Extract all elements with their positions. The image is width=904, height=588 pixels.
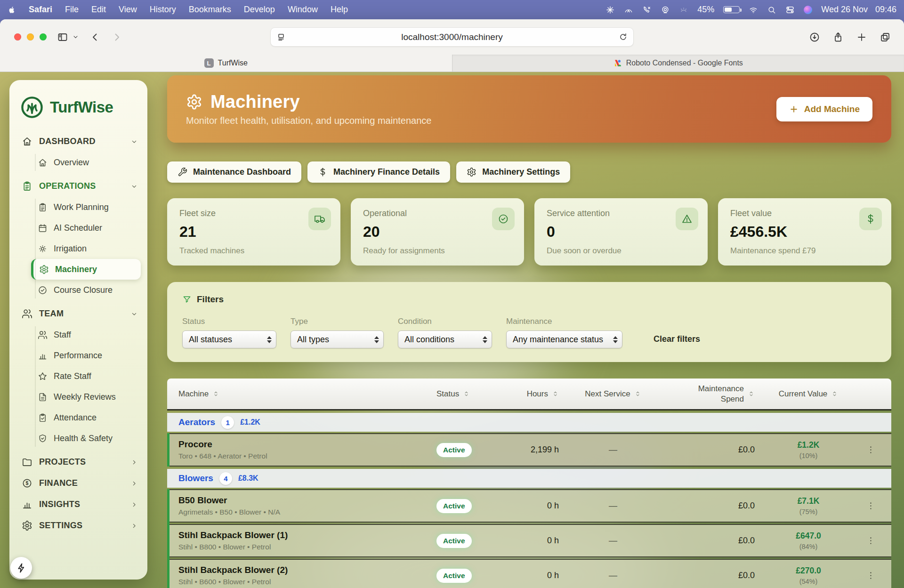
tab-google-fonts[interactable]: Roboto Condensed - Google Fonts <box>452 55 904 72</box>
status-badge: Active <box>436 499 472 513</box>
menu-item-file[interactable]: File <box>65 5 79 15</box>
sidebar-item-performance[interactable]: Performance <box>31 345 141 366</box>
menu-item-help[interactable]: Help <box>331 5 348 15</box>
sidebar-item-health-safety[interactable]: Health & Safety <box>31 428 141 449</box>
sidebar-item-staff[interactable]: Staff <box>31 324 141 345</box>
page-settings-icon[interactable] <box>276 32 286 42</box>
group-name[interactable]: Blowers <box>178 473 213 483</box>
sidebar-section-projects[interactable]: PROJECTS <box>19 451 141 473</box>
close-window-button[interactable] <box>14 33 21 40</box>
group-name[interactable]: Aerators <box>178 417 215 427</box>
machinery-finance-details-button[interactable]: Machinery Finance Details <box>307 161 450 183</box>
sidebar-section-settings[interactable]: SETTINGS <box>19 515 141 536</box>
page-title: Machinery <box>210 92 300 112</box>
sidebar-section-insights[interactable]: INSIGHTS <box>19 494 141 515</box>
sidebar-toggle-icon[interactable] <box>57 32 68 43</box>
sidebar-section-team[interactable]: TEAM <box>19 303 141 324</box>
table-row-stihl-backpack-blower-2[interactable]: Stihl Backpack Blower (2) Stihl • B600 •… <box>170 559 891 588</box>
sidebar-item-attendance[interactable]: Attendance <box>31 407 141 428</box>
clear-filters-link[interactable]: Clear filters <box>654 334 700 348</box>
column-header-hours[interactable]: Hours <box>493 389 568 399</box>
group-header-aerators[interactable]: Aerators 1 £1.2K <box>167 413 891 432</box>
table-row-b50-blower[interactable]: B50 Blower Agrimetals • B50 • Blower • N… <box>170 489 891 523</box>
sidebar-item-machinery[interactable]: Machinery <box>31 259 141 280</box>
localhost-favicon: L <box>204 58 214 68</box>
row-menu-icon[interactable] <box>866 571 876 580</box>
menu-item-history[interactable]: History <box>150 5 176 15</box>
keyboard-brightness-icon[interactable] <box>679 5 688 15</box>
wifi-icon[interactable] <box>749 5 758 15</box>
apple-menu-icon[interactable] <box>8 6 16 14</box>
sidebar-section-dashboard[interactable]: DASHBOARD <box>19 131 141 152</box>
share-button[interactable] <box>832 32 844 43</box>
zoom-window-button[interactable] <box>40 33 47 40</box>
add-machine-button[interactable]: Add Machine <box>776 97 872 121</box>
machinery-settings-button[interactable]: Machinery Settings <box>456 161 570 183</box>
sidebar-item-overview[interactable]: Overview <box>31 152 141 173</box>
section-label: OPERATIONS <box>39 181 96 191</box>
menu-item-bookmarks[interactable]: Bookmarks <box>189 5 231 15</box>
menu-item-develop[interactable]: Develop <box>244 5 275 15</box>
sidebar-section-operations[interactable]: OPERATIONS <box>19 176 141 197</box>
back-button[interactable] <box>89 32 101 43</box>
column-header-machine[interactable]: Machine <box>178 389 422 399</box>
column-label: Current Value <box>779 389 828 399</box>
check-circle-icon <box>498 213 509 225</box>
sidebar-chevron-icon[interactable] <box>72 33 79 40</box>
airdrop-icon[interactable] <box>661 5 670 15</box>
type-filter-select[interactable]: All types <box>291 330 384 348</box>
minimize-window-button[interactable] <box>27 33 34 40</box>
macos-menu-bar: Safari File Edit View History Bookmarks … <box>0 0 904 19</box>
menu-item-safari[interactable]: Safari <box>29 5 52 15</box>
sidebar-item-work-planning[interactable]: Work Planning <box>31 197 141 217</box>
siri-icon[interactable] <box>804 6 812 14</box>
sidebar-item-irrigation[interactable]: Irrigation <box>31 238 141 259</box>
reload-icon[interactable] <box>619 32 628 41</box>
column-header-status[interactable]: Status <box>422 389 493 399</box>
maintenance-dashboard-button[interactable]: Maintenance Dashboard <box>167 161 301 183</box>
sort-icon[interactable] <box>748 390 755 397</box>
sidebar-item-ai-scheduler[interactable]: AI Scheduler <box>31 217 141 238</box>
row-menu-icon[interactable] <box>866 536 876 546</box>
status-filter-select[interactable]: All statuses <box>182 330 276 348</box>
address-bar[interactable]: localhost:3000/machinery <box>270 27 634 47</box>
menu-item-view[interactable]: View <box>119 5 137 15</box>
sidebar-item-course-closure[interactable]: Course Closure <box>31 280 141 300</box>
menu-item-edit[interactable]: Edit <box>91 5 106 15</box>
maintenance-filter-select[interactable]: Any maintenance status <box>506 330 622 348</box>
control-center-icon[interactable] <box>785 5 795 15</box>
tab-turfwise[interactable]: L TurfWise <box>0 55 452 72</box>
sidebar-section-finance[interactable]: FINANCE <box>19 473 141 494</box>
new-tab-button[interactable] <box>856 32 867 43</box>
column-header-current-value[interactable]: Current Value <box>761 389 856 399</box>
sort-icon[interactable] <box>552 390 559 397</box>
column-header-next-service[interactable]: Next Service <box>568 389 658 399</box>
tab-overview-button[interactable] <box>880 32 891 43</box>
row-menu-icon[interactable] <box>866 445 876 455</box>
sort-icon[interactable] <box>212 390 219 397</box>
spotlight-search-icon[interactable] <box>767 5 776 15</box>
filter-label-condition: Condition <box>398 317 492 326</box>
sort-icon[interactable] <box>463 390 470 397</box>
vpn-arc-icon[interactable] <box>624 5 633 15</box>
sidebar-item-rate-staff[interactable]: Rate Staff <box>31 366 141 387</box>
battery-icon[interactable] <box>723 6 740 13</box>
sort-icon[interactable] <box>831 390 838 397</box>
phone-disabled-icon[interactable] <box>642 5 652 15</box>
brand[interactable]: TurfWise <box>9 92 147 129</box>
chevron-right-icon <box>130 459 138 466</box>
table-row-stihl-backpack-blower-1[interactable]: Stihl Backpack Blower (1) Stihl • B800 •… <box>170 524 891 557</box>
row-menu-icon[interactable] <box>866 501 876 511</box>
table-row-procore[interactable]: Procore Toro • 648 • Aerator • Petrol Ac… <box>170 433 891 467</box>
status-burst-icon[interactable] <box>605 5 615 15</box>
url-text[interactable]: localhost:3000/machinery <box>401 32 502 42</box>
menu-item-window[interactable]: Window <box>288 5 318 15</box>
condition-filter-select[interactable]: All conditions <box>398 330 492 348</box>
sort-icon[interactable] <box>634 390 641 397</box>
dev-tools-badge[interactable] <box>10 557 32 579</box>
column-header-maintenance-spend[interactable]: Maintenance Spend <box>658 384 761 404</box>
downloads-button[interactable] <box>809 32 820 43</box>
sidebar-item-weekly-reviews[interactable]: Weekly Reviews <box>31 387 141 407</box>
forward-button[interactable] <box>111 32 122 43</box>
group-header-blowers[interactable]: Blowers 4 £8.3K <box>167 469 891 488</box>
